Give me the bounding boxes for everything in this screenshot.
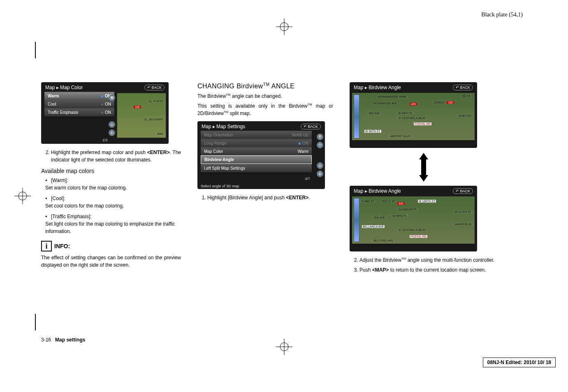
up-icon: ⌃ <box>317 142 323 148</box>
breadcrumb: Map ▸ Map Color <box>45 85 83 90</box>
info-box: i INFO: <box>41 241 181 251</box>
angle-slider <box>354 198 359 242</box>
screenshot-map-settings: Map ▸ Map Settings ↶ BACK Map Orientatio… <box>197 121 325 189</box>
step-1-highlight: Highlight [Birdview Angle] and push <ENT… <box>207 194 333 201</box>
step-2: Highlight the preferred map color and pu… <box>51 149 181 164</box>
column-2: CHANGING BirdviewTM ANGLE The BirdviewTM… <box>197 82 333 278</box>
back-button: ↶ BACK <box>453 188 473 194</box>
page-edge-mark <box>35 314 36 330</box>
subheading-available-colors: Available map colors <box>41 168 181 174</box>
para-angle-changed: The BirdviewTM angle can be changed. <box>197 92 333 100</box>
menu-row-birdview-angle: Birdview Angle <box>201 155 312 164</box>
screenshot-map-color: Map ▸ Map Color ↶ BACK WarmON CoolON Tra… <box>41 82 169 144</box>
bullet-traffic: [Traffic Emphasis]:Set light colors for … <box>45 213 181 235</box>
breadcrumb: Map ▸ Map Settings <box>202 124 245 129</box>
back-button: ↶ BACK <box>453 85 473 90</box>
menu-row-warm: WarmON <box>44 92 114 100</box>
down-skip-icon: ⤓ <box>317 171 323 177</box>
crop-mark-left <box>14 188 31 204</box>
map-preview: EL PORTO EL SEGUNDO MAN 405 <box>117 93 166 138</box>
heading-changing-birdview: CHANGING BirdviewTM ANGLE <box>197 82 333 90</box>
breadcrumb: Map ▸ Birdview Angle <box>354 188 401 194</box>
menu-row-left-split: Left Split Map Settings <box>201 164 312 172</box>
crop-mark-bottom <box>276 339 292 355</box>
column-3: Map ▸ Birdview Angle ↶ BACK MORNINGSIDE … <box>350 82 498 278</box>
menu-row-traffic: Traffic EmphasisON <box>44 108 114 116</box>
footer-edition-box: 08NJ-N Edited: 2010/ 10/ 18 <box>483 357 556 367</box>
bullet-cool: [Cool]:Set cool colors for the map color… <box>45 195 181 210</box>
angle-slider <box>354 95 359 138</box>
menu-row-orientation: Map OrientationNorth Up <box>201 131 312 139</box>
menu-row-cool: CoolON <box>44 100 114 108</box>
menu-row-map-color: Map ColorWarm <box>201 147 312 155</box>
skip-icon: ⤓ <box>109 129 115 136</box>
back-button: ↶ BACK <box>144 85 165 90</box>
page-edge-mark <box>35 42 36 58</box>
screenshot-birdview-top: Map ▸ Birdview Angle ↶ BACK MORNINGSIDE … <box>350 82 477 148</box>
up-skip-icon: ⤒ <box>317 134 323 140</box>
menu-row-long-range: Long RangeON <box>201 139 312 147</box>
para-setting-available: This setting is available only in the Bi… <box>197 102 333 117</box>
step-2-adjust: Adjust the BirdviewTM angle using the mu… <box>359 256 498 264</box>
info-icon: i <box>41 241 52 251</box>
down-icon: ⌄ <box>109 121 115 128</box>
info-text: The effect of setting changes can be con… <box>41 254 181 269</box>
vertical-arrow-icon <box>350 153 498 182</box>
page-plate-label: Black plate (54,1) <box>481 12 523 18</box>
birdview-map-low: S OAK ST HOLLY ST W 104TH ST GLASGOW PL … <box>352 196 475 244</box>
menu-list: WarmON CoolON Traffic EmphasisON <box>44 92 114 116</box>
screenshot-birdview-bottom: Map ▸ Birdview Angle ↶ BACK S OAK ST HOL… <box>350 186 477 251</box>
crop-mark-top <box>276 18 292 35</box>
down-icon: ⌄ <box>317 162 323 169</box>
nav-icon: ⦿ <box>109 95 115 101</box>
page-counter: 4/7 <box>305 177 310 181</box>
info-label: INFO: <box>54 243 70 249</box>
step-3-push-map: Push <MAP> to return to the current loca… <box>359 266 498 274</box>
hint-text: Select angle of 3D map <box>201 184 239 188</box>
breadcrumb: Map ▸ Birdview Angle <box>354 85 401 90</box>
back-button: ↶ BACK <box>301 124 321 129</box>
column-1: Map ▸ Map Color ↶ BACK WarmON CoolON Tra… <box>41 82 181 278</box>
footer-page-ref: 3-16 Map settings <box>41 337 85 343</box>
page-counter: 1/3 <box>102 138 108 142</box>
birdview-map-high: MORNINGSIDE PARK ROSEWOOD AVE ISIS AVE W… <box>352 93 475 140</box>
bullet-warm: [Warm]:Set warm colors for the map color… <box>45 177 181 191</box>
